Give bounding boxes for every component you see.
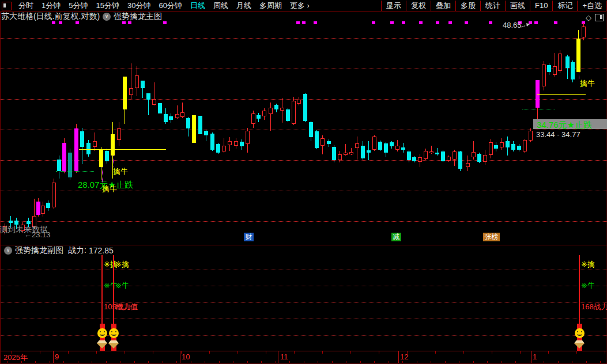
candle — [135, 75, 139, 88]
axis-top-line — [0, 351, 607, 351]
candle — [472, 152, 476, 157]
candle — [158, 103, 162, 113]
axis-week-tick — [12, 351, 12, 354]
sub-gridline — [0, 335, 607, 336]
signal-marker — [163, 21, 167, 24]
axis-week-tick — [463, 351, 464, 354]
axis-week-tick — [350, 351, 351, 354]
candle — [146, 93, 150, 100]
axis-minor-tick — [389, 361, 389, 363]
signal-marker — [314, 21, 317, 24]
signal-marker — [489, 21, 492, 24]
axis-minor-tick — [586, 361, 587, 363]
candle — [453, 151, 457, 160]
gem-icon — [574, 343, 585, 348]
axis-week-tick — [125, 351, 125, 354]
candle — [489, 142, 493, 155]
axis-minor-tick — [304, 361, 304, 363]
axis-minor-tick — [431, 361, 431, 363]
candle — [542, 65, 546, 86]
signal-line — [101, 255, 103, 324]
axis-minor-tick — [233, 361, 233, 363]
trading-app: 分时1分钟5分钟15分钟30分钟60分钟日线周线月线多周期更多 › 显示复权叠加… — [0, 0, 607, 364]
candle — [424, 151, 428, 159]
candle — [435, 153, 439, 154]
chart-annotation: 擒牛 — [102, 185, 117, 192]
axis-minor-tick — [360, 361, 361, 363]
candle — [332, 147, 336, 160]
axis-month-separator — [180, 351, 180, 363]
candle — [234, 141, 238, 146]
chart-canvas[interactable]: 34.76元★止跌检测到未来数据←23.1328.07元★止跌擒牛擒牛48.65… — [0, 0, 607, 364]
candle — [164, 114, 168, 122]
candle — [210, 134, 214, 150]
main-gridline — [0, 221, 607, 222]
axis-week-tick — [548, 351, 549, 354]
candle — [477, 154, 481, 162]
candle — [262, 111, 266, 116]
chart-annotation: 33.44 - 34.77 — [536, 131, 580, 138]
axis-minor-tick — [78, 361, 78, 363]
candle — [141, 81, 145, 88]
axis-month-label: 11 — [280, 352, 288, 361]
candle — [523, 140, 527, 151]
candle — [571, 62, 575, 79]
main-gridline — [0, 38, 607, 39]
candle — [309, 122, 313, 137]
candle — [46, 203, 50, 208]
axis-week-tick — [605, 351, 605, 354]
niu-label: ※牛 — [115, 282, 129, 289]
candle — [321, 138, 325, 146]
axis-minor-tick — [600, 361, 601, 363]
candle — [52, 183, 56, 207]
axis-month-label: 10 — [182, 352, 190, 361]
candle — [466, 163, 470, 167]
candle — [536, 80, 540, 108]
candle — [36, 202, 40, 215]
candle — [349, 152, 353, 154]
stop-price-label: 34.76元★止跌 — [537, 120, 592, 129]
signal-marker — [59, 21, 62, 24]
candle — [447, 157, 451, 161]
axis-minor-tick — [289, 361, 290, 363]
menu-divider — [0, 12, 607, 12]
gem-icon — [108, 343, 119, 348]
candle — [483, 155, 487, 162]
candle — [547, 65, 551, 72]
signal-marker — [128, 21, 131, 24]
signal-marker — [302, 21, 306, 24]
signal-marker — [372, 21, 375, 24]
signal-marker — [402, 21, 405, 24]
axis-minor-tick — [205, 361, 205, 363]
axis-minor-tick — [148, 361, 149, 363]
axis-week-tick — [379, 351, 379, 354]
candle — [390, 142, 394, 146]
candle — [117, 128, 121, 140]
candle — [216, 144, 220, 153]
candle — [175, 114, 179, 118]
candle — [222, 146, 226, 151]
candle — [412, 157, 416, 161]
candle — [80, 131, 84, 147]
candle-wick — [437, 148, 438, 156]
event-badge: 减 — [391, 233, 401, 241]
candle — [494, 145, 498, 149]
signal-marker — [390, 21, 394, 24]
right-edge — [606, 12, 606, 364]
axis-week-tick — [492, 351, 492, 354]
candle — [9, 221, 13, 223]
candle — [74, 128, 78, 171]
gem-icon — [108, 340, 119, 343]
signal-line — [113, 255, 114, 324]
signal-marker — [534, 21, 538, 24]
gem-icon — [97, 343, 107, 348]
candle — [378, 142, 382, 150]
sub-gridline — [0, 318, 607, 319]
axis-month-label: 12 — [400, 352, 408, 361]
axis-minor-tick — [163, 361, 163, 363]
axis-minor-tick — [346, 361, 346, 363]
candle-wick — [357, 136, 357, 160]
signal-marker — [122, 21, 126, 24]
axis-month-separator — [53, 351, 54, 363]
axis-minor-tick — [219, 361, 220, 363]
